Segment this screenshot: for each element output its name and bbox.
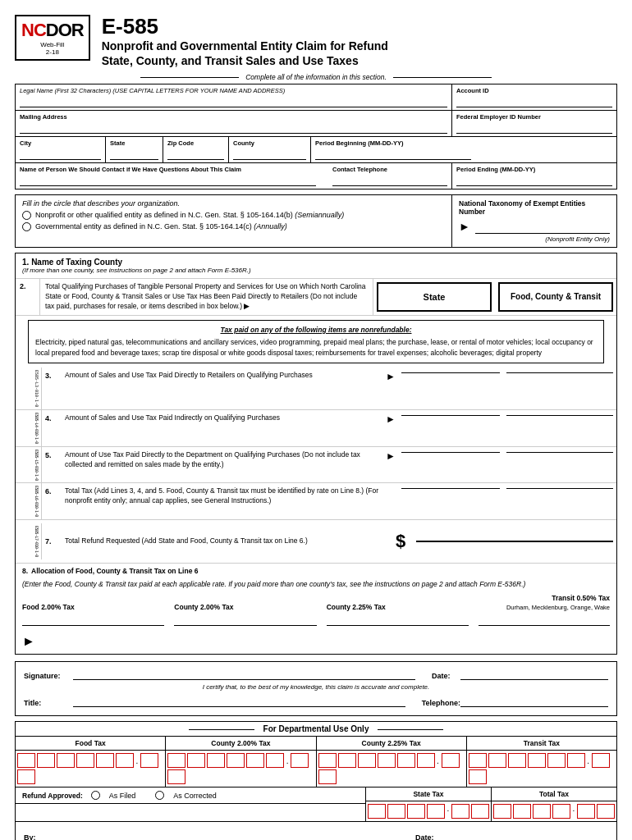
radio-circle-2[interactable]	[22, 222, 31, 231]
line6-fct-input[interactable]	[506, 488, 613, 489]
food-box-2[interactable]	[37, 753, 55, 768]
sig-input[interactable]	[73, 667, 415, 680]
transit-box-6[interactable]	[567, 753, 585, 768]
ncdor-logo: NCDOR Web-Fill 2-18	[15, 15, 90, 61]
county225-box-2[interactable]	[338, 753, 356, 768]
food-box-4[interactable]	[76, 753, 94, 768]
line5-row: E585-L5-010-1-0 5. Amount of Use Tax Pai…	[16, 447, 616, 484]
federal-employer-input[interactable]	[456, 122, 612, 134]
county-input[interactable]	[233, 148, 306, 160]
county200-box-3[interactable]	[207, 753, 225, 768]
food-box-6[interactable]	[116, 753, 134, 768]
transit-box-5[interactable]	[547, 753, 566, 768]
food-tax-input[interactable]	[22, 614, 164, 626]
state-box-6[interactable]	[471, 804, 489, 819]
transit-box-2[interactable]	[488, 753, 506, 768]
radio-option-2[interactable]: Governmental entity as defined in N.C. G…	[22, 222, 445, 231]
line8-desc-title: Allocation of Food, County & Transit Tax…	[31, 567, 198, 577]
food-box-1[interactable]	[17, 753, 35, 768]
state-box-2[interactable]	[387, 804, 405, 819]
food-box-3[interactable]	[57, 753, 75, 768]
mailing-address-input[interactable]	[20, 122, 447, 134]
county225-box-8[interactable]	[318, 769, 337, 784]
total-box-1[interactable]	[493, 804, 511, 819]
contact-phone-label: Contact Telephone	[332, 166, 447, 173]
county225-box-1[interactable]	[318, 753, 337, 768]
title-row: Title: Telephone:	[24, 694, 608, 707]
state-box-4[interactable]	[427, 804, 445, 819]
sig-label: Signature:	[24, 672, 73, 680]
account-id-input[interactable]	[456, 96, 612, 107]
dept-boxes-row: . . .	[16, 751, 616, 788]
line2-row: 2. Total Qualifying Purchases of Tangibl…	[16, 279, 616, 316]
org-left: Fill in the circle that describes your o…	[16, 195, 452, 247]
contact-phone-input[interactable]	[332, 175, 447, 186]
county200-box-4[interactable]	[227, 753, 245, 768]
county225-box-6[interactable]	[417, 753, 435, 768]
county200-box-5[interactable]	[246, 753, 264, 768]
radio-circle-1[interactable]	[22, 211, 31, 220]
food-box-7[interactable]	[140, 753, 158, 768]
county225-box-7[interactable]	[442, 753, 460, 768]
state-input[interactable]	[110, 148, 158, 160]
phone-input[interactable]	[460, 694, 608, 707]
title-input[interactable]	[73, 694, 405, 707]
transit-box-4[interactable]	[528, 753, 546, 768]
org-section: Fill in the circle that describes your o…	[15, 194, 617, 248]
line5-state-input[interactable]	[401, 452, 500, 453]
line4-fct-input[interactable]	[506, 415, 613, 416]
dept-county225-boxes: .	[317, 751, 467, 787]
food-box-8[interactable]	[17, 769, 35, 784]
legal-name-input[interactable]	[20, 96, 447, 107]
line7-total-input[interactable]	[416, 541, 613, 542]
transit-box-7[interactable]	[592, 753, 610, 768]
food-tax-col: Food 2.00% Tax	[22, 603, 164, 626]
line4-state-input[interactable]	[401, 415, 500, 416]
contact-name-input[interactable]	[20, 175, 316, 186]
county-section: 1. Name of Taxing County (If more than o…	[16, 253, 616, 279]
total-box-6[interactable]	[597, 804, 615, 819]
transit-tax-col: Transit 0.50% Tax Durham, Mecklenburg, O…	[479, 594, 610, 625]
transit-box-1[interactable]	[469, 753, 487, 768]
line3-state-input[interactable]	[401, 372, 500, 373]
line8-desc2: (Enter the Food, County & Transit tax pa…	[22, 580, 525, 590]
line6-state-input[interactable]	[401, 488, 500, 489]
transit-box-3[interactable]	[508, 753, 526, 768]
county200-box-8[interactable]	[167, 769, 185, 784]
city-input[interactable]	[20, 148, 101, 160]
line5-fct-input[interactable]	[506, 452, 613, 453]
total-box-2[interactable]	[513, 804, 531, 819]
transit-box-8[interactable]	[469, 769, 487, 784]
radio-option-1[interactable]: Nonprofit or other qualified entity as d…	[22, 211, 445, 220]
county225-box-3[interactable]	[358, 753, 376, 768]
zip-cell: Zip Code	[163, 137, 229, 162]
as-corrected-radio[interactable]	[155, 791, 164, 800]
county200-box-6[interactable]	[266, 753, 284, 768]
total-box-5[interactable]	[577, 804, 595, 819]
county200-box-7[interactable]	[291, 753, 309, 768]
as-filed-radio[interactable]	[91, 791, 100, 800]
total-box-3[interactable]	[533, 804, 551, 819]
state-box-1[interactable]	[368, 804, 386, 819]
by-input[interactable]	[73, 829, 399, 840]
sig-date-input[interactable]	[460, 667, 608, 680]
period-ending-input[interactable]	[456, 175, 612, 186]
exempt-number-input[interactable]	[475, 219, 610, 234]
county200-tax-input[interactable]	[174, 614, 316, 626]
state-box-5[interactable]	[451, 804, 469, 819]
zip-input[interactable]	[167, 148, 224, 160]
county200-box-2[interactable]	[187, 753, 205, 768]
by-date-input[interactable]	[444, 829, 608, 840]
total-box-4[interactable]	[552, 804, 570, 819]
county200-box-1[interactable]	[167, 753, 185, 768]
state-box-3[interactable]	[407, 804, 425, 819]
food-box-5[interactable]	[96, 753, 114, 768]
line3-fct-input[interactable]	[506, 372, 613, 373]
option1-freq: (Semiannually)	[295, 211, 344, 219]
county225-tax-input[interactable]	[327, 614, 469, 626]
county225-box-4[interactable]	[378, 753, 396, 768]
county225-box-5[interactable]	[397, 753, 415, 768]
period-beginning-input[interactable]	[315, 148, 471, 160]
barcode-7: E585-L7-010-1-0	[16, 523, 42, 559]
transit-tax-input[interactable]	[479, 614, 610, 626]
